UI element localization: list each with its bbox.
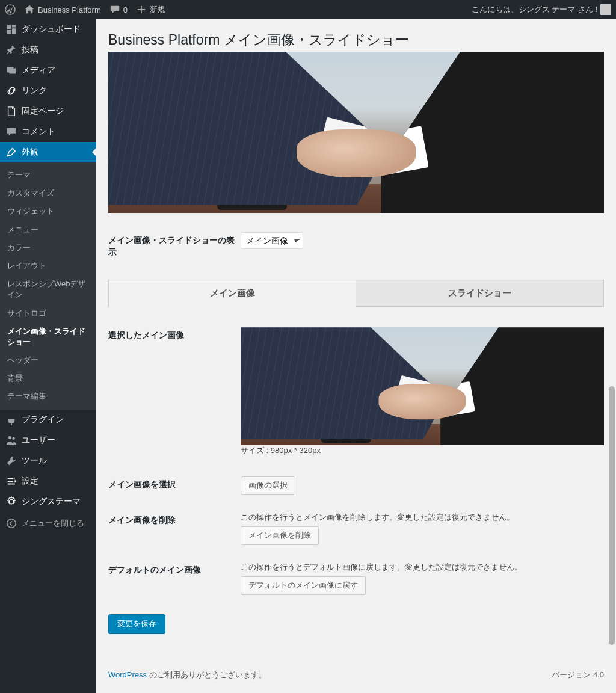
collapse-menu[interactable]: メニューを閉じる	[0, 512, 96, 535]
page-title: Business Platform メイン画像・スライドショー	[108, 25, 604, 52]
tools-icon	[6, 455, 17, 466]
tabs: メイン画像 スライドショー	[108, 280, 604, 307]
scrollbar-thumb[interactable]	[609, 386, 615, 645]
pin-icon	[6, 45, 17, 55]
default-image-label: デフォルトのメイン画像	[108, 553, 241, 603]
comments-link[interactable]: 0	[109, 4, 128, 15]
hero-image	[108, 52, 604, 213]
submenu-item[interactable]: テーマ	[0, 166, 96, 184]
menu-item-plugin[interactable]: プラグイン	[0, 410, 96, 430]
menu-item-tools[interactable]: ツール	[0, 451, 96, 471]
tab-slideshow[interactable]: スライドショー	[356, 280, 604, 307]
new-label: 新規	[150, 4, 165, 15]
wordpress-link[interactable]: WordPress	[108, 670, 147, 679]
main-content: Business Platform メイン画像・スライドショー メイン画像・スラ…	[96, 19, 616, 693]
submenu-item[interactable]: カラー	[0, 239, 96, 257]
menu-item-settings[interactable]: 設定	[0, 471, 96, 491]
menu-item-page[interactable]: 固定ページ	[0, 101, 96, 122]
save-button[interactable]: 変更を保存	[108, 614, 165, 633]
footer: WordPress のご利用ありがとうございます。 バージョン 4.0	[108, 670, 604, 680]
menu-item-pin[interactable]: 投稿	[0, 40, 96, 60]
tab-main-image[interactable]: メイン画像	[108, 280, 356, 307]
submenu-item[interactable]: テーマ編集	[0, 387, 96, 405]
gear-icon	[6, 496, 17, 507]
wp-logo[interactable]	[5, 4, 16, 15]
site-home-link[interactable]: Business Platform	[24, 4, 101, 15]
page-icon	[6, 106, 17, 117]
menu-item-gear[interactable]: シングステーマ	[0, 491, 96, 512]
menu-item-appearance[interactable]: 外観	[0, 142, 96, 162]
submenu-item[interactable]: レイアウト	[0, 257, 96, 275]
plus-icon	[136, 4, 147, 15]
submenu-item[interactable]: ヘッダー	[0, 351, 96, 369]
select-image-button[interactable]: 画像の選択	[241, 476, 295, 495]
user-greeting[interactable]: こんにちは、シングス テーマ さん !	[472, 4, 611, 15]
site-name: Business Platform	[38, 5, 101, 14]
scrollbar[interactable]	[608, 19, 616, 693]
comments-count: 0	[123, 5, 128, 14]
menu-item-comment[interactable]: コメント	[0, 122, 96, 142]
menu-item-dashboard[interactable]: ダッシュボード	[0, 19, 96, 40]
avatar	[600, 4, 611, 15]
media-icon	[6, 65, 17, 76]
selected-image-preview	[241, 327, 604, 445]
display-mode-label: メイン画像・スライドショーの表示	[108, 224, 241, 269]
admin-bar: Business Platform 0 新規 こんにちは、シングス テーマ さん…	[0, 0, 616, 19]
submenu-item[interactable]: レスポンシブWebデザイン	[0, 275, 96, 304]
home-icon	[24, 4, 35, 15]
submenu-item[interactable]: ウィジェット	[0, 202, 96, 220]
plugin-icon	[6, 414, 17, 425]
delete-image-desc: この操作を行うとメイン画像を削除します。変更した設定は復元できません。	[241, 512, 604, 523]
menu-item-users[interactable]: ユーザー	[0, 430, 96, 451]
menu-item-link[interactable]: リンク	[0, 81, 96, 101]
submenu-appearance: テーマカスタマイズウィジェットメニューカラーレイアウトレスポンシブWebデザイン…	[0, 162, 96, 410]
default-image-desc: この操作を行うとデフォルト画像に戻します。変更した設定は復元できません。	[241, 562, 604, 573]
comment-icon	[6, 126, 17, 137]
new-content-link[interactable]: 新規	[136, 4, 165, 15]
users-icon	[6, 435, 17, 446]
selected-image-label: 選択したメイン画像	[108, 319, 241, 468]
link-icon	[6, 85, 17, 96]
menu-item-media[interactable]: メディア	[0, 60, 96, 81]
comment-icon	[109, 4, 120, 15]
default-image-button[interactable]: デフォルトのメイン画像に戻す	[241, 576, 366, 595]
submenu-item[interactable]: メイン画像・スライドショー	[0, 322, 96, 351]
admin-sidebar: ダッシュボード投稿メディアリンク固定ページコメント外観テーマカスタマイズウィジェ…	[0, 19, 96, 693]
image-size-label: サイズ : 980px * 320px	[241, 445, 604, 456]
collapse-icon	[6, 518, 17, 529]
settings-icon	[6, 476, 17, 487]
submenu-item[interactable]: サイトロゴ	[0, 304, 96, 322]
svg-point-1	[7, 519, 16, 527]
display-mode-select[interactable]: メイン画像	[241, 232, 303, 249]
submenu-item[interactable]: メニュー	[0, 221, 96, 239]
submenu-item[interactable]: カスタマイズ	[0, 184, 96, 202]
version-label: バージョン 4.0	[552, 670, 604, 680]
select-image-label: メイン画像を選択	[108, 468, 241, 504]
appearance-icon	[6, 147, 17, 158]
dashboard-icon	[6, 24, 17, 35]
delete-image-button[interactable]: メイン画像を削除	[241, 526, 319, 545]
delete-image-label: メイン画像を削除	[108, 504, 241, 553]
submenu-item[interactable]: 背景	[0, 369, 96, 387]
wordpress-icon	[5, 4, 16, 15]
